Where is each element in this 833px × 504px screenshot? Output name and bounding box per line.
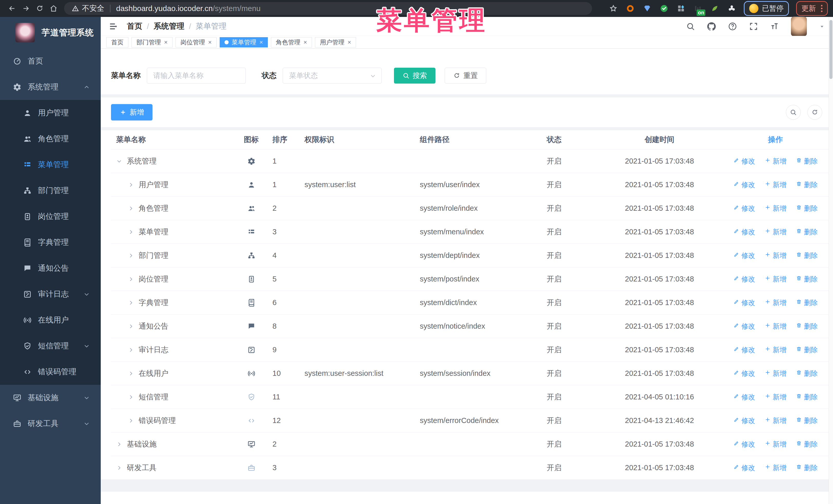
delete-link[interactable]: 删除: [796, 251, 818, 260]
expand-caret-icon[interactable]: [128, 253, 135, 259]
edit-link[interactable]: 修改: [733, 298, 755, 307]
tab-用户管理[interactable]: 用户管理×: [315, 37, 356, 47]
table-row[interactable]: 部门管理4system/dept/index开启2021-01-05 17:03…: [111, 243, 829, 267]
sidebar-item-字典管理[interactable]: 字典管理: [0, 230, 101, 255]
extension-leaf-icon[interactable]: [710, 4, 720, 13]
expand-caret-icon[interactable]: [128, 276, 135, 282]
sidebar-item-用户管理[interactable]: 用户管理: [0, 100, 101, 126]
font-size-icon[interactable]: [770, 22, 779, 31]
tab-close-icon[interactable]: ×: [208, 39, 212, 45]
add-link[interactable]: 新增: [765, 157, 787, 166]
add-link[interactable]: 新增: [765, 251, 787, 260]
delete-link[interactable]: 删除: [796, 274, 818, 284]
sidebar-item-系统管理[interactable]: 系统管理: [0, 74, 101, 100]
table-row[interactable]: 通知公告8system/notice/index开启2021-01-05 17:…: [111, 314, 829, 338]
delete-link[interactable]: 删除: [796, 204, 818, 213]
status-select-input[interactable]: [283, 68, 382, 83]
github-icon[interactable]: [707, 22, 716, 31]
delete-link[interactable]: 删除: [796, 369, 818, 378]
extension-gem-icon[interactable]: [642, 4, 652, 13]
add-link[interactable]: 新增: [765, 369, 787, 378]
sidebar-logo[interactable]: 芋道管理系统: [0, 17, 101, 48]
sidebar-item-在线用户[interactable]: 在线用户: [0, 307, 101, 333]
extension-ring-icon[interactable]: [625, 4, 635, 13]
delete-link[interactable]: 删除: [796, 416, 818, 425]
refresh-button[interactable]: [807, 105, 822, 120]
kebab-menu-icon[interactable]: [821, 5, 823, 12]
delete-link[interactable]: 删除: [796, 322, 818, 331]
menu-name-input[interactable]: [147, 68, 246, 83]
add-link[interactable]: 新增: [765, 440, 787, 449]
edit-link[interactable]: 修改: [733, 251, 755, 260]
add-button[interactable]: 新增: [111, 104, 152, 120]
tab-close-icon[interactable]: ×: [348, 39, 351, 45]
sidebar-item-基础设施[interactable]: 基础设施: [0, 385, 101, 411]
tab-首页[interactable]: 首页: [106, 37, 128, 47]
edit-link[interactable]: 修改: [733, 274, 755, 284]
sidebar-item-错误码管理[interactable]: 错误码管理: [0, 359, 101, 385]
expand-caret-icon[interactable]: [128, 323, 135, 330]
expand-caret-icon[interactable]: [128, 347, 135, 353]
delete-link[interactable]: 删除: [796, 298, 818, 307]
delete-link[interactable]: 删除: [796, 227, 818, 237]
table-row[interactable]: 短信管理11开启2021-04-05 01:10:16修改新增删除: [111, 385, 829, 409]
expand-caret-icon[interactable]: [128, 394, 135, 400]
breadcrumb-item[interactable]: 系统管理: [153, 21, 184, 31]
tab-角色管理[interactable]: 角色管理×: [271, 37, 312, 47]
table-row[interactable]: 菜单管理3system/menu/index开启2021-01-05 17:03…: [111, 220, 829, 243]
add-link[interactable]: 新增: [765, 298, 787, 307]
breadcrumb-item[interactable]: 首页: [127, 21, 142, 31]
add-link[interactable]: 新增: [765, 274, 787, 284]
edit-link[interactable]: 修改: [733, 369, 755, 378]
sidebar-item-通知公告[interactable]: 通知公告: [0, 255, 101, 281]
expand-caret-icon[interactable]: [116, 441, 123, 447]
table-row[interactable]: 研发工具3开启2021-01-05 17:03:48修改新增删除: [111, 456, 829, 479]
tab-close-icon[interactable]: ×: [164, 39, 168, 45]
edit-link[interactable]: 修改: [733, 204, 755, 213]
toggle-search-button[interactable]: [786, 105, 801, 120]
delete-link[interactable]: 删除: [796, 463, 818, 473]
add-link[interactable]: 新增: [765, 204, 787, 213]
table-row[interactable]: 用户管理1system:user:listsystem/user/index开启…: [111, 173, 829, 196]
delete-link[interactable]: 删除: [796, 180, 818, 189]
search-button[interactable]: 搜索: [394, 68, 435, 83]
expand-caret-icon[interactable]: [128, 229, 135, 235]
user-avatar[interactable]: [791, 17, 807, 36]
edit-link[interactable]: 修改: [733, 227, 755, 237]
edit-link[interactable]: 修改: [733, 322, 755, 331]
table-row[interactable]: 错误码管理12system/errorCode/index开启2021-04-1…: [111, 409, 829, 432]
delete-link[interactable]: 删除: [796, 157, 818, 166]
tab-菜单管理[interactable]: 菜单管理×: [220, 37, 268, 47]
avatar-caret-down-icon[interactable]: [819, 23, 825, 30]
help-icon[interactable]: [728, 22, 737, 31]
search-icon[interactable]: [686, 22, 695, 31]
sidebar-item-审计日志[interactable]: 审计日志: [0, 281, 101, 307]
expand-caret-icon[interactable]: [128, 182, 135, 188]
table-row[interactable]: 基础设施2开启2021-01-05 17:03:48修改新增删除: [111, 432, 829, 456]
expand-caret-icon[interactable]: [128, 370, 135, 377]
delete-link[interactable]: 删除: [796, 345, 818, 355]
profile-paused-badge[interactable]: 已暂停: [744, 1, 789, 16]
table-row[interactable]: 在线用户10system:user-session:listsystem/ses…: [111, 361, 829, 385]
delete-link[interactable]: 删除: [796, 392, 818, 402]
edit-link[interactable]: 修改: [733, 416, 755, 425]
table-row[interactable]: 审计日志9开启2021-01-05 17:03:48修改新增删除: [111, 338, 829, 361]
sidebar-collapse-icon[interactable]: [109, 22, 118, 31]
add-link[interactable]: 新增: [765, 392, 787, 402]
extension-check-icon[interactable]: [659, 4, 669, 13]
browser-back-button[interactable]: [5, 2, 19, 16]
add-link[interactable]: 新增: [765, 180, 787, 189]
expand-caret-icon[interactable]: [128, 417, 135, 424]
collapse-caret-icon[interactable]: [116, 158, 123, 164]
sidebar-item-首页[interactable]: 首页: [0, 48, 101, 74]
table-row[interactable]: 角色管理2system/role/index开启2021-01-05 17:03…: [111, 196, 829, 220]
expand-caret-icon[interactable]: [116, 465, 123, 471]
add-link[interactable]: 新增: [765, 463, 787, 473]
bookmark-star-icon[interactable]: [609, 4, 618, 13]
browser-reload-button[interactable]: [33, 2, 47, 16]
delete-link[interactable]: 删除: [796, 440, 818, 449]
extension-barchart-icon[interactable]: on: [693, 4, 703, 13]
fullscreen-icon[interactable]: [749, 22, 758, 31]
sidebar-item-研发工具[interactable]: 研发工具: [0, 411, 101, 437]
browser-update-button[interactable]: 更新: [796, 1, 828, 16]
